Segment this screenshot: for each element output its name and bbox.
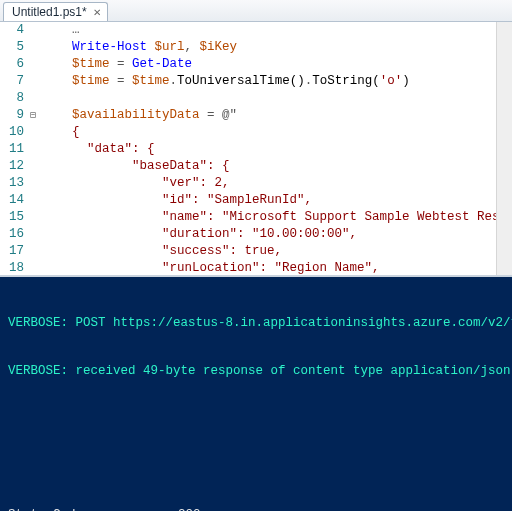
code-content: Write-Host $url, $iKey <box>42 39 512 56</box>
field-label: StatusCode <box>8 507 168 511</box>
tab-bar: Untitled1.ps1* ✕ <box>0 0 512 22</box>
fold-marker[interactable]: ⊟ <box>30 107 42 124</box>
line-number: 9 <box>0 107 30 124</box>
fold-marker <box>30 22 42 39</box>
code-content: $availabilityData = @" <box>42 107 512 124</box>
code-line: 13 "ver": 2, <box>0 175 512 192</box>
file-tab[interactable]: Untitled1.ps1* ✕ <box>3 2 108 21</box>
line-number: 13 <box>0 175 30 192</box>
code-content: $time = Get-Date <box>42 56 512 73</box>
verbose-line: VERBOSE: POST https://eastus-8.in.applic… <box>8 315 504 331</box>
code-content: "runLocation": "Region Name", <box>42 260 512 277</box>
code-line: 5 Write-Host $url, $iKey <box>0 39 512 56</box>
line-number: 10 <box>0 124 30 141</box>
code-line: 14 "id": "SampleRunId", <box>0 192 512 209</box>
code-content: "name": "Microsoft Support Sample Webtes… <box>42 209 512 226</box>
code-content: … <box>42 22 512 39</box>
code-line: 4 … <box>0 22 512 39</box>
terminal-row: StatusCode:200 <box>8 507 504 511</box>
fold-marker <box>30 209 42 226</box>
close-icon[interactable]: ✕ <box>93 7 101 18</box>
fold-marker <box>30 141 42 158</box>
code-line: 15 "name": "Microsoft Support Sample Web… <box>0 209 512 226</box>
code-line: 12 "baseData": { <box>0 158 512 175</box>
code-line: 11 "data": { <box>0 141 512 158</box>
colon: : <box>168 507 178 511</box>
code-content: "id": "SampleRunId", <box>42 192 512 209</box>
field-value: 200 <box>178 507 201 511</box>
line-number: 17 <box>0 243 30 260</box>
terminal-output[interactable]: VERBOSE: POST https://eastus-8.in.applic… <box>0 277 512 511</box>
code-content: "ver": 2, <box>42 175 512 192</box>
line-number: 18 <box>0 260 30 277</box>
code-editor[interactable]: 4 …5 Write-Host $url, $iKey6 $time = Get… <box>0 22 512 277</box>
code-line: 8 <box>0 90 512 107</box>
line-number: 4 <box>0 22 30 39</box>
code-content: "duration": "10.00:00:00", <box>42 226 512 243</box>
fold-marker <box>30 39 42 56</box>
fold-marker <box>30 175 42 192</box>
fold-marker <box>30 90 42 107</box>
code-line: 16 "duration": "10.00:00:00", <box>0 226 512 243</box>
code-line: 18 "runLocation": "Region Name", <box>0 260 512 277</box>
code-content: $time = $time.ToUniversalTime().ToString… <box>42 73 512 90</box>
fold-marker <box>30 124 42 141</box>
code-line: 9⊟ $availabilityData = @" <box>0 107 512 124</box>
line-number: 6 <box>0 56 30 73</box>
fold-marker <box>30 158 42 175</box>
line-number: 14 <box>0 192 30 209</box>
line-number: 8 <box>0 90 30 107</box>
fold-marker <box>30 73 42 90</box>
scrollbar[interactable] <box>496 22 512 275</box>
code-content: "success": true, <box>42 243 512 260</box>
fold-marker <box>30 226 42 243</box>
fold-marker <box>30 192 42 209</box>
fold-marker <box>30 56 42 73</box>
code-content: "data": { <box>42 141 512 158</box>
fold-marker <box>30 243 42 260</box>
line-number: 5 <box>0 39 30 56</box>
code-line: 10 { <box>0 124 512 141</box>
code-content: { <box>42 124 512 141</box>
code-content <box>42 90 512 107</box>
tab-label: Untitled1.ps1* <box>12 5 87 19</box>
code-content: "baseData": { <box>42 158 512 175</box>
line-number: 12 <box>0 158 30 175</box>
code-line: 17 "success": true, <box>0 243 512 260</box>
line-number: 7 <box>0 73 30 90</box>
line-number: 16 <box>0 226 30 243</box>
line-number: 11 <box>0 141 30 158</box>
verbose-line: VERBOSE: received 49-byte response of co… <box>8 363 504 379</box>
code-line: 7 $time = $time.ToUniversalTime().ToStri… <box>0 73 512 90</box>
code-line: 6 $time = Get-Date <box>0 56 512 73</box>
fold-marker <box>30 260 42 277</box>
line-number: 15 <box>0 209 30 226</box>
